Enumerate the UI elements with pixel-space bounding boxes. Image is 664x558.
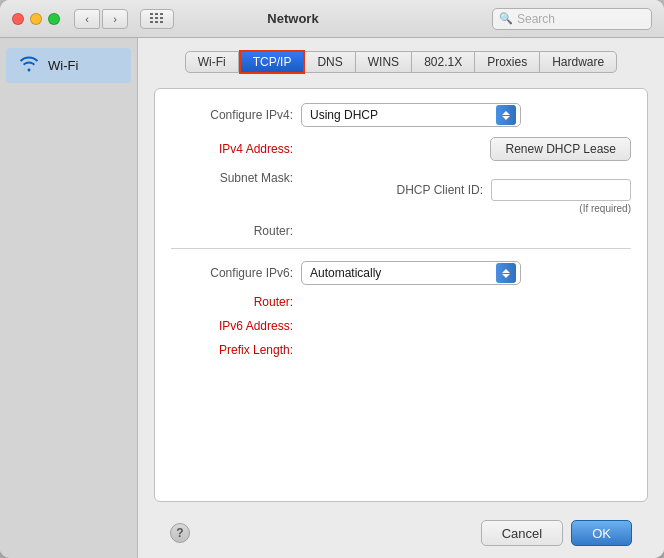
traffic-lights	[12, 13, 60, 25]
renew-dhcp-button[interactable]: Renew DHCP Lease	[490, 137, 631, 161]
select-arrows-icon	[496, 105, 516, 125]
divider	[171, 248, 631, 249]
configure-ipv4-value: Using DHCP	[310, 108, 378, 122]
select-arrows-ipv6-icon	[496, 263, 516, 283]
if-required-text: (If required)	[579, 203, 631, 214]
window-title: Network	[102, 11, 484, 26]
configure-ipv6-value: Automatically	[310, 266, 381, 280]
configure-ipv6-label: Configure IPv6:	[171, 266, 301, 280]
main-panel: Wi-Fi TCP/IP DNS WINS 802.1X Proxies Har…	[138, 38, 664, 558]
bottom-buttons: Cancel OK	[481, 520, 632, 546]
tab-tcpip[interactable]: TCP/IP	[239, 50, 306, 74]
ipv4-address-label: IPv4 Address:	[171, 142, 301, 156]
wifi-label: Wi-Fi	[48, 58, 78, 73]
sidebar-item-wifi[interactable]: Wi-Fi	[6, 48, 131, 83]
bottom-bar: ? Cancel OK	[154, 512, 648, 558]
cancel-button[interactable]: Cancel	[481, 520, 563, 546]
configure-ipv4-row: Configure IPv4: Using DHCP	[171, 103, 631, 127]
tab-proxies[interactable]: Proxies	[475, 51, 540, 73]
ok-button[interactable]: OK	[571, 520, 632, 546]
prefix-length-row: Prefix Length:	[171, 343, 631, 357]
router-row: Router:	[171, 224, 631, 238]
tab-wins[interactable]: WINS	[356, 51, 412, 73]
search-placeholder: Search	[517, 12, 555, 26]
configure-ipv6-row: Configure IPv6: Automatically	[171, 261, 631, 285]
tabs-container: Wi-Fi TCP/IP DNS WINS 802.1X Proxies Har…	[154, 50, 648, 74]
help-button[interactable]: ?	[170, 523, 190, 543]
configure-ipv4-select[interactable]: Using DHCP	[301, 103, 521, 127]
router-label: Router:	[171, 224, 301, 238]
dhcp-client-id-row: DHCP Client ID:	[381, 179, 631, 201]
prefix-length-label: Prefix Length:	[171, 343, 301, 357]
subnet-mask-label: Subnet Mask:	[171, 171, 301, 185]
dhcp-client-id-input[interactable]	[491, 179, 631, 201]
back-button[interactable]: ‹	[74, 9, 100, 29]
tab-wifi[interactable]: Wi-Fi	[185, 51, 239, 73]
titlebar: ‹ › Network 🔍 Search	[0, 0, 664, 38]
tab-dns[interactable]: DNS	[305, 51, 355, 73]
sidebar: Wi-Fi	[0, 38, 138, 558]
wifi-icon	[18, 54, 40, 77]
configure-ipv4-label: Configure IPv4:	[171, 108, 301, 122]
maximize-button[interactable]	[48, 13, 60, 25]
network-window: ‹ › Network 🔍 Search	[0, 0, 664, 558]
content-area: Wi-Fi Wi-Fi TCP/IP DNS WINS 802.1X Proxi…	[0, 38, 664, 558]
dhcp-client-id-label: DHCP Client ID:	[381, 183, 491, 197]
ipv6-address-row: IPv6 Address:	[171, 319, 631, 333]
router6-row: Router:	[171, 295, 631, 309]
form-area: Configure IPv4: Using DHCP IPv4 Address:	[154, 88, 648, 502]
search-icon: 🔍	[499, 12, 513, 25]
ipv6-address-label: IPv6 Address:	[171, 319, 301, 333]
configure-ipv6-select[interactable]: Automatically	[301, 261, 521, 285]
back-icon: ‹	[85, 13, 89, 25]
minimize-button[interactable]	[30, 13, 42, 25]
ipv4-address-row: IPv4 Address: Renew DHCP Lease	[171, 137, 631, 161]
router6-label: Router:	[171, 295, 301, 309]
tab-hardware[interactable]: Hardware	[540, 51, 617, 73]
close-button[interactable]	[12, 13, 24, 25]
subnet-mask-row: Subnet Mask: DHCP Client ID: (If require…	[171, 171, 631, 214]
tab-8021x[interactable]: 802.1X	[412, 51, 475, 73]
search-bar[interactable]: 🔍 Search	[492, 8, 652, 30]
